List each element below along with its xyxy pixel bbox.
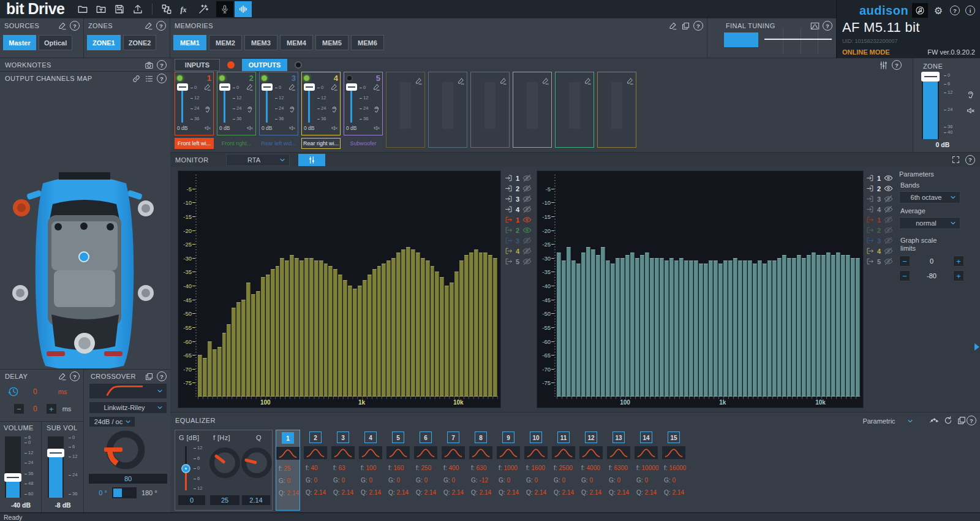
channel-strip-3[interactable]: 3 0122436 0 dB	[259, 72, 298, 135]
eq-band-number[interactable]: 12	[585, 432, 597, 443]
legend-output-2[interactable]: 2	[505, 225, 538, 235]
zone-listen-icon[interactable]	[966, 90, 975, 99]
channel-fader-handle[interactable]	[304, 83, 315, 91]
edit-channel-icon[interactable]	[541, 77, 549, 85]
visibility-off-icon[interactable]	[522, 205, 532, 214]
eq-band-3[interactable]: 3 f:63 G:0 Q:2.14	[331, 430, 355, 511]
limit-bottom-minus-button[interactable]: −	[899, 270, 910, 281]
memories-help-icon[interactable]: ?	[693, 21, 703, 31]
visibility-on-icon[interactable]	[522, 215, 532, 224]
help-icon[interactable]: ?	[950, 6, 960, 15]
eq-band-number[interactable]: 14	[640, 432, 652, 443]
eq-band-number[interactable]: 6	[420, 432, 432, 443]
phase-toggle[interactable]	[112, 487, 137, 498]
legend-input-3[interactable]: 3	[866, 194, 899, 204]
edit-channel-icon[interactable]	[415, 77, 423, 85]
open-template-icon[interactable]	[96, 4, 107, 15]
visibility-off-icon[interactable]	[884, 236, 893, 245]
channel-mute-icon[interactable]	[204, 124, 211, 132]
save-icon[interactable]	[114, 4, 125, 15]
eq-band-15[interactable]: 15 f:16000 G:0 Q:2.14	[662, 430, 686, 511]
crossover-help-icon[interactable]: ?	[157, 371, 167, 381]
legend-output-1[interactable]: 1	[505, 215, 538, 225]
eq-band-curve-button[interactable]	[635, 446, 658, 459]
channel-listen-icon[interactable]	[246, 105, 254, 113]
eq-gain-handle[interactable]	[181, 464, 190, 473]
edit-channel-icon[interactable]	[246, 83, 254, 91]
edit-channel-icon[interactable]	[626, 77, 634, 85]
visibility-off-icon[interactable]	[884, 194, 893, 203]
channel-fader-handle[interactable]	[346, 83, 357, 91]
delay-plus-button[interactable]: +	[46, 403, 57, 414]
channel-listen-icon[interactable]	[203, 105, 211, 113]
legend-input-1[interactable]: 1	[866, 173, 899, 183]
eq-band-curve-button[interactable]	[442, 446, 465, 459]
sound-settings-button[interactable]	[912, 3, 928, 18]
limit-bottom-plus-button[interactable]: +	[953, 270, 964, 281]
visibility-off-icon[interactable]	[884, 257, 893, 266]
microphone-button[interactable]	[216, 1, 233, 17]
memory-button-mem1[interactable]: MEM1	[173, 35, 206, 50]
eq-q-value[interactable]: 2.14	[242, 495, 270, 505]
legend-output-5[interactable]: 5	[866, 256, 899, 267]
channel-label[interactable]: Rear right wi...	[301, 138, 341, 149]
legend-output-3[interactable]: 3	[866, 235, 899, 246]
zone-mixer-icon[interactable]	[879, 61, 888, 70]
average-dropdown[interactable]: normal	[899, 217, 960, 229]
zone1-button[interactable]: ZONE1	[87, 35, 121, 50]
eq-band-number[interactable]: 1	[282, 432, 294, 444]
visibility-off-icon[interactable]	[522, 173, 532, 183]
legend-output-3[interactable]: 3	[505, 235, 538, 246]
legend-input-2[interactable]: 2	[866, 183, 899, 194]
auto-tune-wand-icon[interactable]	[198, 4, 209, 15]
fx-icon[interactable]: fx	[179, 4, 190, 15]
eq-band-14[interactable]: 14 f:10000 G:0 Q:2.14	[634, 430, 658, 511]
eq-band-number[interactable]: 7	[447, 432, 459, 443]
panel-expander-arrow[interactable]	[974, 343, 979, 351]
legend-input-4[interactable]: 4	[866, 204, 899, 215]
eq-copy-icon[interactable]	[957, 416, 967, 425]
eq-gain-value[interactable]: 0	[178, 495, 205, 505]
visibility-off-icon[interactable]	[884, 246, 893, 256]
channel-mute-icon[interactable]	[246, 124, 254, 132]
legend-input-3[interactable]: 3	[505, 194, 538, 204]
edit-sources-icon[interactable]	[58, 21, 67, 31]
sources-help-icon[interactable]: ?	[70, 21, 80, 31]
tab-outputs[interactable]: OUTPUTS	[242, 59, 287, 71]
eq-band-curve-button[interactable]	[414, 446, 437, 459]
eq-band-curve-button[interactable]	[662, 446, 685, 459]
eq-curve-points-icon[interactable]	[929, 416, 940, 425]
channel-strip-1[interactable]: 1 0122436 0 dB	[175, 72, 214, 135]
channel-list-icon[interactable]	[145, 74, 154, 83]
edit-channel-icon[interactable]	[372, 83, 380, 91]
eq-help-icon[interactable]: ?	[967, 416, 976, 425]
eq-band-number[interactable]: 3	[337, 432, 349, 443]
eq-band-curve-button[interactable]	[331, 446, 355, 459]
source-optical-button[interactable]: Optical	[39, 35, 72, 50]
channel-fader-handle[interactable]	[262, 83, 273, 91]
zone-fader-handle[interactable]	[921, 72, 940, 82]
memory-button-mem6[interactable]: MEM6	[351, 35, 384, 50]
eq-band-curve-button[interactable]	[304, 446, 327, 459]
worknotes-help-icon[interactable]: ?	[157, 60, 167, 70]
eq-band-1[interactable]: 1 f:25 G:0 Q:2.14	[276, 430, 300, 511]
copy-memory-icon[interactable]	[681, 21, 690, 31]
edit-channel-icon[interactable]	[330, 83, 338, 91]
copy-crossover-icon[interactable]	[145, 372, 154, 381]
visibility-off-icon[interactable]	[522, 194, 532, 203]
map-help-icon[interactable]: ?	[157, 74, 167, 83]
visibility-off-icon[interactable]	[522, 236, 532, 245]
empty-channel-strip[interactable]	[555, 72, 594, 148]
legend-output-4[interactable]: 4	[505, 246, 538, 256]
tab-inputs[interactable]: INPUTS	[175, 59, 220, 71]
channel-mute-icon[interactable]	[373, 124, 380, 132]
eq-band-number[interactable]: 5	[392, 432, 404, 443]
channel-listen-icon[interactable]	[372, 105, 380, 113]
eq-band-11[interactable]: 11 f:2500 G:0 Q:2.14	[551, 430, 576, 511]
edit-zones-icon[interactable]	[144, 21, 153, 31]
crossover-freq-value[interactable]: 80	[89, 474, 167, 484]
eq-band-curve-button[interactable]	[359, 446, 382, 459]
legend-input-1[interactable]: 1	[505, 173, 538, 183]
link-channels-icon[interactable]	[132, 74, 141, 83]
legend-input-2[interactable]: 2	[505, 183, 538, 194]
